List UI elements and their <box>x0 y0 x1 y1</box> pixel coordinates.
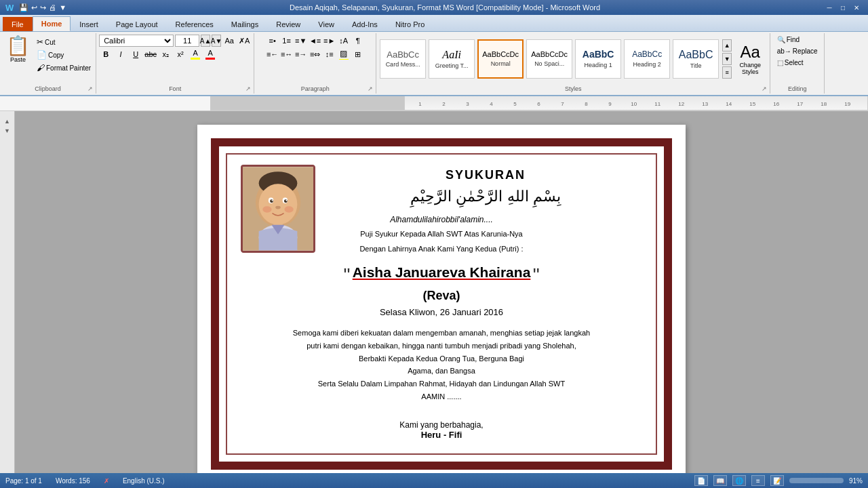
tab-home[interactable]: Home <box>33 16 71 31</box>
superscript-button[interactable]: x² <box>174 48 187 60</box>
quick-customize[interactable]: ▼ <box>59 3 66 12</box>
tab-mailings[interactable]: Mailings <box>222 17 267 31</box>
close-button[interactable]: ✕ <box>850 2 863 13</box>
view-outline-button[interactable]: ≡ <box>751 475 765 486</box>
format-painter-button[interactable]: 🖌 Format Painter <box>35 62 93 74</box>
align-center-button[interactable]: ≡↔ <box>280 48 294 60</box>
select-button[interactable]: ⬚ Select <box>775 58 806 68</box>
inv-prayer-6: AAMIN ....... <box>421 392 461 401</box>
strikethrough-button[interactable]: abc <box>144 48 157 60</box>
align-left-button[interactable]: ≡← <box>266 48 279 60</box>
line-spacing-button[interactable]: ↕≡ <box>323 48 336 60</box>
tab-references[interactable]: References <box>167 17 222 31</box>
style-card-greeting[interactable]: AaIi Greeting T... <box>429 39 475 79</box>
style-card-nospace[interactable]: AaBbCcDc No Spaci... <box>526 39 572 79</box>
svg-point-6 <box>270 199 273 203</box>
text-highlight-button[interactable]: A <box>189 48 202 60</box>
tab-review[interactable]: Review <box>267 17 309 31</box>
styles-expand[interactable]: ↗ <box>762 85 767 92</box>
font-expand[interactable]: ↗ <box>245 85 251 92</box>
zoom-slider[interactable] <box>789 478 844 483</box>
style-card-normal[interactable]: AaBbCcDc Normal <box>477 39 524 79</box>
style-card-greeting-label: Greeting T... <box>435 62 469 69</box>
tab-file[interactable]: File <box>3 17 33 31</box>
quick-print[interactable]: 🖨 <box>49 3 56 12</box>
restore-button[interactable]: □ <box>837 2 849 13</box>
status-language-text: English (U.S.) <box>123 477 165 485</box>
status-words-text: Words: 156 <box>56 477 90 485</box>
decrease-indent-button[interactable]: ◄≡ <box>309 35 322 47</box>
view-full-reading-button[interactable]: 📖 <box>713 475 727 486</box>
title-bar: W 💾 ↩ ↪ 🖨 ▼ Desain Aqiqah, Selapanan, Sy… <box>0 0 868 15</box>
paste-label: Paste <box>10 56 26 63</box>
style-card-heading1-preview: AaBbC <box>583 49 614 60</box>
view-web-button[interactable]: 🌐 <box>732 475 746 486</box>
view-draft-button[interactable]: 📝 <box>770 475 784 486</box>
quick-redo[interactable]: ↪ <box>40 3 46 12</box>
styles-more[interactable]: ≡ <box>722 66 732 79</box>
borders-button[interactable]: ⊞ <box>351 48 365 60</box>
ruler-content[interactable]: 1 2 3 4 5 6 7 8 9 10 11 12 13 14 15 16 1 <box>404 96 868 110</box>
copy-label: Copy <box>48 52 64 59</box>
increase-indent-button[interactable]: ≡► <box>323 35 336 47</box>
replace-button[interactable]: ab→ Replace <box>775 46 820 56</box>
italic-button[interactable]: I <box>114 48 127 60</box>
quick-save[interactable]: 💾 <box>19 3 28 12</box>
tab-addins[interactable]: Add-Ins <box>343 17 387 31</box>
change-case-button[interactable]: Aa <box>222 35 236 47</box>
font-size-increase[interactable]: A▲ <box>201 35 210 47</box>
document-scroll[interactable]: SYUKURAN بِسْمِ اللهِ الرَّحْمٰنِ الرَّح… <box>15 111 868 473</box>
numbering-button[interactable]: 1≡ <box>280 35 294 47</box>
style-card-title[interactable]: AaBbC Title <box>673 39 719 79</box>
highlight-color-bar <box>191 58 200 60</box>
underline-button[interactable]: U <box>129 48 142 60</box>
status-language[interactable]: English (U.S.) <box>123 477 165 485</box>
bullets-button[interactable]: ≡• <box>266 35 279 47</box>
font-color-bar <box>205 58 215 60</box>
style-card-heading1[interactable]: AaBbC Heading 1 <box>575 39 621 79</box>
inv-baby-name: Aisha Januareva Khairana <box>353 264 531 280</box>
view-print-button[interactable]: 📄 <box>694 475 708 486</box>
minimize-button[interactable]: ─ <box>823 2 835 13</box>
font-name-selector[interactable]: Calibri <box>99 35 174 47</box>
shading-button[interactable]: ▨ <box>337 48 351 60</box>
find-button[interactable]: 🔍 Find <box>775 35 802 45</box>
tab-view[interactable]: View <box>309 17 343 31</box>
bold-button[interactable]: B <box>99 48 113 60</box>
replace-icon: ab→ <box>777 47 791 55</box>
ribbon: 📋 Paste ✂ Cut 📄 Copy 🖌 Format Painter Cl… <box>0 32 868 96</box>
left-panel: ▲ ▼ <box>0 111 15 473</box>
copy-button[interactable]: 📄 Copy <box>35 49 93 61</box>
inv-prayer-5: Serta Selalu Dalam Limpahan Rahmat, Hida… <box>318 380 565 388</box>
cut-button[interactable]: ✂ Cut <box>35 36 93 48</box>
svg-point-10 <box>275 206 281 209</box>
tab-page-layout[interactable]: Page Layout <box>107 17 167 31</box>
ruler: 1 2 3 4 5 6 7 8 9 10 11 12 13 14 15 16 1 <box>0 96 868 111</box>
format-painter-label: Format Painter <box>46 64 91 72</box>
highlight-icon: A <box>193 49 197 57</box>
align-right-button[interactable]: ≡→ <box>294 48 308 60</box>
tab-insert[interactable]: Insert <box>71 17 107 31</box>
copy-icon: 📄 <box>37 50 47 60</box>
paragraph-expand[interactable]: ↗ <box>368 85 373 92</box>
tab-nitro[interactable]: Nitro Pro <box>387 17 433 31</box>
sort-button[interactable]: ↕A <box>337 35 351 47</box>
justify-button[interactable]: ≡⇔ <box>309 48 322 60</box>
style-card-message[interactable]: AaBbCc Card Mess... <box>380 39 426 79</box>
styles-scroll-up[interactable]: ▲ <box>722 39 732 52</box>
clear-format-button[interactable]: ✗A <box>237 35 251 47</box>
styles-scroll-down[interactable]: ▼ <box>722 53 732 65</box>
paste-button[interactable]: 📋 Paste <box>3 35 33 65</box>
font-size-input[interactable] <box>175 35 199 47</box>
select-icon: ⬚ <box>777 59 783 66</box>
clipboard-expand[interactable]: ↗ <box>87 85 93 92</box>
style-card-heading2[interactable]: AaBbCc Heading 2 <box>624 39 670 79</box>
font-size-decrease[interactable]: A▼ <box>212 35 221 47</box>
change-styles-button[interactable]: Aa ChangeStyles <box>733 41 767 77</box>
font-color-button[interactable]: A <box>203 48 217 60</box>
show-marks-button[interactable]: ¶ <box>351 35 365 47</box>
subscript-button[interactable]: x₂ <box>159 48 172 60</box>
quick-undo[interactable]: ↩ <box>31 3 37 12</box>
multilevel-button[interactable]: ≡▼ <box>294 35 308 47</box>
status-error[interactable]: ✗ <box>104 477 109 485</box>
